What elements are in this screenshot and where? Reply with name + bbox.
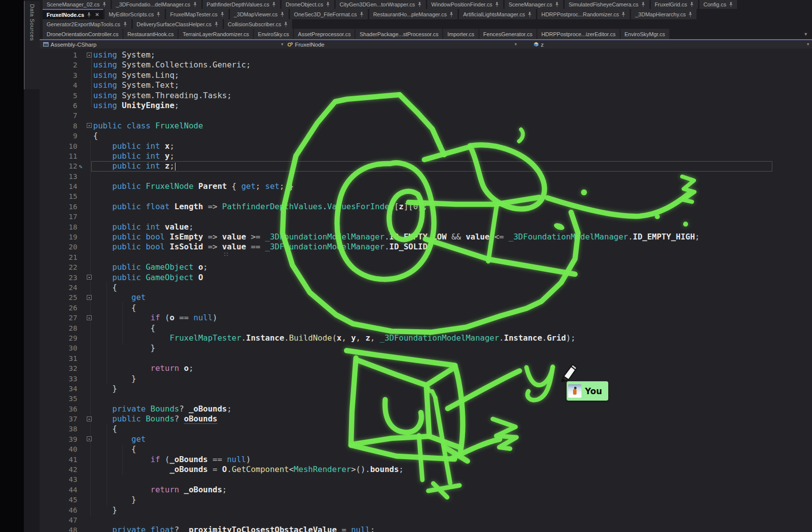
tab-scenemanager-cs[interactable]: SceneManager.cs: [505, 0, 563, 9]
close-icon[interactable]: ✕: [95, 12, 99, 17]
tab--3dmapviewer-cs[interactable]: _3DMapViewer.cs: [230, 9, 289, 19]
fold-collapse-icon[interactable]: -: [87, 436, 92, 441]
fold-collapse-icon[interactable]: -: [87, 315, 92, 320]
tab-label: _3DFoundatio...delManager.cs: [116, 1, 190, 7]
code-line: 31: [40, 354, 812, 363]
line-number: 13: [40, 172, 77, 181]
tab-droneorientationcontroller-cs[interactable]: DroneOrientationController.cs: [43, 29, 123, 39]
tab-label: AssetPreprocessor.cs: [298, 31, 350, 37]
fold-collapse-icon[interactable]: -: [87, 275, 92, 280]
code-editor[interactable]: 1-using System;2using System.Collections…: [40, 49, 812, 532]
tab-label: MyEditorScripts.cs: [109, 11, 154, 17]
code-line: 38 {: [40, 424, 812, 434]
tab-importer-cs[interactable]: Importer.cs: [443, 29, 478, 39]
tab-droneobject-cs[interactable]: DroneObject.cs: [282, 0, 334, 9]
tab-terrainlayerrandomizer-cs[interactable]: TerrainLayerRandomizer.cs: [178, 29, 253, 39]
code-line: 29 FruxelMapTester.Instance.BuildNode(x,…: [40, 333, 812, 343]
code-line: 35: [40, 394, 812, 404]
tab-fruxelmaptester-cs[interactable]: FruxelMapTester.cs: [166, 9, 228, 19]
line-number: 9: [40, 131, 77, 141]
tab-collisionsubscriber-cs[interactable]: CollisionSubscriber.cs: [224, 19, 292, 29]
fold-collapse-icon[interactable]: -: [87, 295, 92, 300]
line-number: 31: [40, 354, 77, 363]
chevron-down-icon[interactable]: ▾: [515, 42, 517, 47]
tab-label: _3DMapViewer.cs: [234, 11, 278, 17]
text-caret: [175, 163, 176, 171]
tab-restaurantho-plemanager-cs[interactable]: RestaurantHo...pleManager.cs: [369, 9, 458, 19]
line-number: 8: [40, 121, 77, 131]
line-number: 44: [40, 485, 77, 495]
code-line: 14 public FruxelNode Parent { get; set; …: [40, 181, 812, 191]
code-line: 41 if (_oBounds == null): [40, 455, 812, 465]
pushpin-icon: [729, 2, 733, 7]
tab-fruxelnode-cs[interactable]: FruxelNode.cs✕: [43, 9, 103, 19]
tab-deliverysurfaceclasshelper-cs[interactable]: DeliverySurfaceClassHelper.cs: [133, 19, 223, 29]
tab-windowpositionfinder-cs[interactable]: WindowPositionFinder.cs: [427, 0, 503, 9]
line-number: 37: [40, 414, 77, 424]
tab-restauranthook-cs[interactable]: RestaurantHook.cs: [123, 29, 178, 39]
member-list-overflow-icon[interactable]: ▼: [806, 42, 810, 47]
code-line: 33 }: [40, 374, 812, 384]
tab-fruxelgrid-cs[interactable]: FruxelGrid.cs: [651, 0, 698, 9]
document-tab-strips: SceneManager_02.cs_3DFoundatio...delMana…: [40, 0, 812, 39]
line-number: 47: [40, 515, 77, 525]
code-lines: 1-using System;2using System.Collections…: [40, 50, 812, 532]
tab-hdrppostproc-randomizer-cs[interactable]: HDRPPostproc...Randomizer.cs: [537, 9, 630, 19]
fold-collapse-icon[interactable]: -: [87, 123, 92, 128]
code-line: 19 public bool IsEmpty => value >= _3DFo…: [40, 232, 812, 242]
tab-scenemanager-02-cs[interactable]: SceneManager_02.cs: [43, 0, 111, 9]
pushpin-icon: [214, 22, 219, 27]
breadcrumb-type[interactable]: FruxelNode: [288, 40, 324, 49]
code-line: 26 {: [40, 303, 812, 313]
tab-label: HDRPPostproc...Randomizer.cs: [541, 11, 619, 17]
code-line: 25- get: [40, 293, 812, 302]
tab-pathfinderdepthvalues-cs[interactable]: PathfinderDepthValues.cs: [203, 0, 280, 9]
tab-label: DeliverySurfaceClassHelper.cs: [137, 21, 212, 27]
tab-simulatedfisheyecamera-cs[interactable]: SimulatedFisheyeCamera.cs: [565, 0, 649, 9]
tab-overflow-icon[interactable]: ▼: [804, 32, 808, 37]
tab-label: FruxelGrid.cs: [655, 1, 687, 7]
open-tab-row: DroneOrientationController.csRestaurantH…: [40, 29, 812, 39]
tab-enviroskymgr-cs[interactable]: EnviroSkyMgr.cs: [621, 29, 670, 39]
data-sources-collapsed-tab[interactable]: Data Sources: [24, 1, 40, 89]
code-line: 27- if (o == null): [40, 313, 812, 323]
chevron-down-icon[interactable]: ▾: [281, 42, 284, 47]
tab-label: Config.cs: [703, 1, 726, 7]
line-number: 16: [40, 202, 77, 212]
pinned-tab-row-3: Generator2ExportMapTools.csDeliverySurfa…: [40, 19, 812, 29]
tab-label: ArtificialLightsManager.cs: [463, 11, 525, 17]
tab-hdrppostproce-izereditor-cs[interactable]: HDRPPostproce...izerEditor.cs: [537, 29, 620, 39]
tab-config-cs[interactable]: Config.cs: [699, 0, 737, 9]
fold-collapse-icon[interactable]: -: [87, 416, 92, 421]
line-number: 2: [40, 60, 77, 70]
tab-label: ShaderPackage...stProcessor.cs: [359, 31, 438, 37]
tab-label: TerrainLayerRandomizer.cs: [182, 31, 249, 37]
tab--3dfoundatio-delmanager-cs[interactable]: _3DFoundatio...delManager.cs: [112, 0, 201, 9]
fold-collapse-icon[interactable]: -: [87, 53, 92, 58]
pushpin-icon: [193, 2, 197, 7]
tab-envirosky-cs[interactable]: EnviroSky.cs: [254, 29, 293, 39]
tab-assetpreprocessor-cs[interactable]: AssetPreprocessor.cs: [294, 29, 355, 39]
code-line: 18 public int value;: [40, 222, 812, 232]
line-number: 3: [40, 70, 77, 80]
tab-fencesgenerator-cs[interactable]: FencesGenerator.cs: [479, 29, 537, 39]
breadcrumb-project[interactable]: Assembly-CSharp: [43, 40, 97, 49]
code-line: 44 return _oBounds;: [40, 485, 812, 495]
line-number: 18: [40, 222, 77, 232]
tab-artificiallightsmanager-cs[interactable]: ArtificialLightsManager.cs: [459, 9, 536, 19]
tab-myeditorscripts-cs[interactable]: MyEditorScripts.cs: [105, 9, 165, 19]
tab-label: EnviroSky.cs: [258, 31, 289, 37]
tab--3dmaphierarchy-cs[interactable]: _3DMapHierarchy.cs: [631, 9, 696, 19]
tab-shaderpackage-stprocessor-cs[interactable]: ShaderPackage...stProcessor.cs: [355, 29, 443, 39]
breadcrumb-member[interactable]: z: [533, 40, 544, 49]
tab-generator2exportmaptools-cs[interactable]: Generator2ExportMapTools.cs: [43, 19, 131, 29]
tab-citygen3dgen-torwrapper-cs[interactable]: CityGen3DGen...torWrapper.cs: [336, 0, 426, 9]
line-number: 12: [40, 161, 77, 171]
pushpin-icon: [326, 2, 330, 7]
pushpin-icon: [641, 2, 645, 7]
line-number: 1: [40, 50, 77, 60]
text-cursor-artifact: ∷: [224, 251, 228, 258]
line-number: 42: [40, 465, 77, 474]
breadcrumb: Assembly-CSharp ▾ FruxelNode ▾ z ▼: [40, 40, 812, 49]
tab-onesec3d-fileformat-cs[interactable]: OneSec3D_FileFormat.cs: [290, 9, 368, 19]
